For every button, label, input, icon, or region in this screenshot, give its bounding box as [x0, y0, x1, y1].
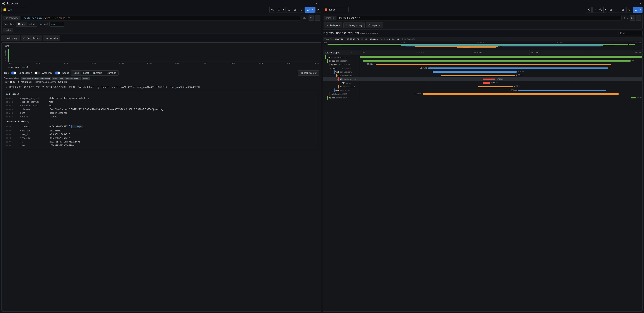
span-row[interactable]: weblocalhost:909123.21ms	[323, 92, 642, 96]
filter-for-icon[interactable]: ⊕	[9, 108, 10, 111]
query-type-instant[interactable]: Instant	[26, 22, 37, 26]
time-picker-button-right[interactable]	[598, 7, 604, 13]
filter-out-icon[interactable]: ⊖	[12, 115, 13, 118]
datasource-picker[interactable]: Loki ▾	[2, 7, 27, 12]
filter-for-icon[interactable]: ⊕	[9, 115, 10, 118]
expand-all-icon[interactable]: ››	[350, 52, 352, 54]
zoom-out-button[interactable]	[286, 7, 292, 13]
expand-one-icon[interactable]: ›	[345, 52, 346, 54]
query-history-button-right[interactable]: Query history	[344, 22, 364, 28]
dedup-toggle[interactable]: NoneExactNumbersSignature	[71, 70, 118, 76]
tempo-link[interactable]: ↗ Tempo	[71, 125, 83, 128]
time-picker-dropdown[interactable]: ▾	[282, 7, 286, 13]
trace-id-input[interactable]	[337, 16, 622, 20]
flip-results-button[interactable]: Flip results order	[298, 70, 319, 76]
query-type-toggle[interactable]: RangeInstant	[16, 22, 37, 26]
log-row[interactable]: ▾ 2021-05-07 09:59:32 2021-05-07T14:59:3…	[4, 85, 319, 89]
span-row[interactable]: ⌄Ingresscall_upstream31.7	[323, 59, 642, 63]
filter-out-icon[interactable]: ⊖	[12, 108, 13, 111]
live-button[interactable]	[315, 7, 321, 13]
show-field-icon[interactable]: 👁	[9, 125, 12, 128]
inspector-button[interactable]: Inspector	[43, 35, 60, 41]
show-field-icon[interactable]: 👁	[9, 137, 12, 139]
span-row[interactable]: apilocalhost:90914.07ms	[323, 85, 642, 88]
span-row[interactable]: APIservi...0.81ms	[323, 81, 642, 85]
stats-icon[interactable]: ⫾⫾	[6, 108, 8, 111]
filter-for-icon[interactable]: ⊕	[9, 97, 10, 99]
stats-icon[interactable]: ⫾⫾	[6, 97, 8, 99]
clear-button-right[interactable]	[626, 7, 632, 13]
collapse-one-icon[interactable]: ⌄	[342, 52, 344, 54]
time-picker-button[interactable]	[276, 7, 282, 13]
stats-icon[interactable]: ⫾⫾	[6, 115, 8, 118]
zoom-in-button[interactable]	[292, 7, 298, 13]
query-history-button[interactable]: Query history	[21, 35, 42, 41]
stats-icon[interactable]: ⫾⫾	[6, 133, 8, 136]
span-row[interactable]: ⌄APIhandle_request1.46ms	[323, 77, 642, 81]
span-row[interactable]: Ingressservice_delay0.61ms	[323, 96, 642, 99]
line-limit-input[interactable]	[50, 22, 64, 26]
time-toggle[interactable]	[11, 71, 16, 74]
filter-out-icon[interactable]: ⊖	[12, 104, 13, 107]
legend-unknown[interactable]: unknown	[8, 66, 19, 68]
collapse-all-icon[interactable]: ⌄⌄	[346, 52, 350, 54]
wrap-lines-toggle[interactable]	[54, 71, 60, 74]
span-row[interactable]: Webservice_delay10.42ms	[323, 88, 642, 92]
query-type-range[interactable]: Range	[16, 22, 26, 26]
add-query-button-right[interactable]: ＋ Add query	[324, 22, 342, 28]
show-field-icon[interactable]: 👁	[9, 140, 12, 143]
show-field-icon[interactable]: 👁	[9, 129, 12, 132]
stats-icon[interactable]: ⫾⫾	[6, 104, 8, 107]
remove-query-button[interactable]: —	[315, 15, 320, 21]
zoom-in-button-right[interactable]	[620, 7, 626, 13]
span-row[interactable]: ⌄ingresslocalhost:909127.94ms	[323, 63, 642, 66]
trace-overview[interactable]: 0ms8.37ms16.74ms25.11ms33.48ms	[323, 41, 642, 50]
stats-icon[interactable]: ⫾⫾	[6, 129, 8, 132]
dedup-numbers[interactable]: Numbers	[91, 71, 104, 75]
stats-icon[interactable]: ⫾⫾	[6, 112, 8, 114]
query-expression-input[interactable]: {container_name="web"} |= "trace_id"	[21, 16, 300, 20]
filter-for-icon[interactable]: ⊕	[9, 112, 10, 114]
filter-for-icon[interactable]: ⊕	[9, 104, 10, 107]
zoom-out-button-right[interactable]	[608, 7, 614, 13]
remove-query-button-right[interactable]: —	[636, 15, 641, 21]
stats-icon[interactable]: ⫾⫾	[6, 137, 8, 139]
run-query-button[interactable]	[305, 7, 311, 13]
span-row[interactable]: ⌄Ingresshandle_request	[323, 55, 642, 59]
toggle-query-button-right[interactable]	[630, 15, 635, 21]
dedup-signature[interactable]: Signature	[104, 71, 118, 75]
span-row[interactable]: ⌄weblocalhost:90...8.82ms	[323, 74, 642, 77]
logs-histogram[interactable]: 543210	[8, 49, 319, 62]
share-button[interactable]	[270, 7, 275, 13]
toggle-query-button[interactable]	[308, 15, 314, 21]
inspector-button-right[interactable]: Inspector	[366, 22, 383, 28]
legend-info[interactable]: info	[22, 66, 29, 68]
info-icon[interactable]: ⓘ	[27, 121, 29, 123]
unique-labels-toggle[interactable]	[34, 71, 40, 74]
stats-icon[interactable]: ⫾⫾	[6, 125, 8, 128]
stats-icon[interactable]: ⫾⫾	[6, 101, 8, 103]
trace-find-input[interactable]	[618, 31, 642, 36]
span-row[interactable]: ⌄Webhandle_request21.31ms	[323, 66, 642, 70]
filter-out-icon[interactable]: ⊖	[12, 112, 13, 114]
dedup-exact[interactable]: Exact	[81, 71, 91, 75]
datasource-picker-right[interactable]: Tempo ▾	[323, 7, 348, 12]
add-query-button[interactable]: ＋ Add query	[2, 35, 20, 41]
share-button-right[interactable]	[586, 7, 592, 13]
show-field-icon[interactable]: 👁	[9, 144, 12, 147]
show-field-icon[interactable]: 👁	[9, 133, 12, 136]
log-browser-button[interactable]: Log browser ›	[3, 16, 20, 20]
run-query-dropdown[interactable]: ▾	[311, 7, 314, 13]
dedup-none[interactable]: None	[71, 71, 81, 75]
filter-for-icon[interactable]: ⊕	[9, 101, 10, 103]
close-left-pane-icon[interactable]: ✕	[316, 2, 318, 5]
stats-icon[interactable]: ⫾⫾	[6, 144, 8, 147]
close-right-pane-icon[interactable]: ✕	[640, 2, 642, 5]
stats-icon[interactable]: ⫾⫾	[6, 140, 8, 143]
time-forward-button[interactable]: ›	[614, 7, 619, 13]
run-query-dropdown-right[interactable]: ▾	[639, 7, 642, 13]
filter-out-icon[interactable]: ⊖	[12, 97, 13, 99]
time-back-button[interactable]: ‹	[592, 7, 598, 13]
time-picker-dropdown-right[interactable]: ▾	[604, 7, 607, 13]
filter-out-icon[interactable]: ⊖	[12, 101, 13, 103]
